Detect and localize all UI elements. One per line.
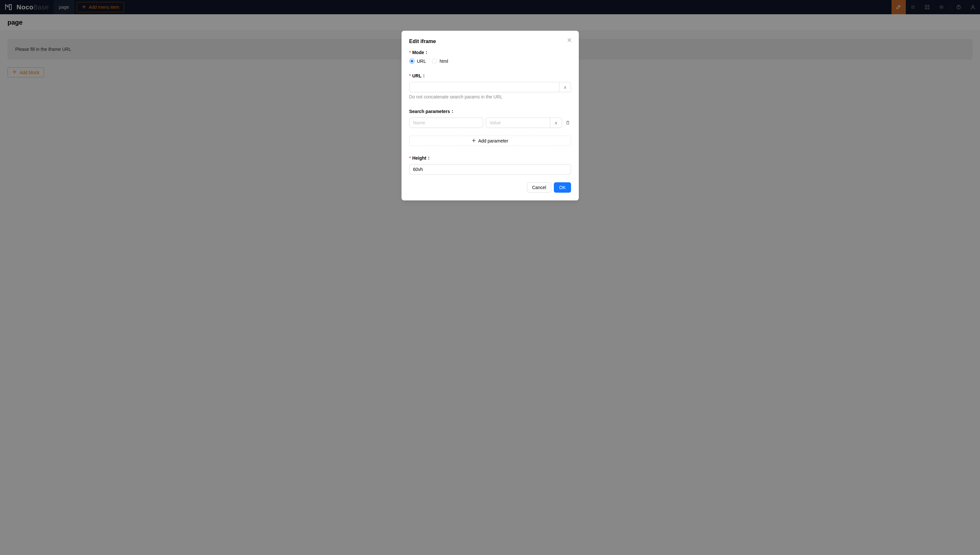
- variable-button[interactable]: 𝑥: [559, 82, 571, 92]
- edit-iframe-modal: Edit iframe *Mode： URL html *URL： 𝑥 Do n…: [402, 31, 579, 201]
- plus-icon: [472, 138, 476, 143]
- modal-footer: Cancel OK: [409, 182, 571, 192]
- url-input-row: 𝑥: [409, 82, 571, 92]
- url-label: *URL：: [409, 73, 571, 79]
- param-row: 𝑥: [409, 117, 571, 128]
- radio-label: html: [440, 59, 448, 64]
- modal-overlay[interactable]: Edit iframe *Mode： URL html *URL： 𝑥 Do n…: [0, 0, 980, 555]
- mode-radio-html[interactable]: html: [432, 59, 448, 64]
- variable-button[interactable]: 𝑥: [550, 117, 562, 128]
- url-input[interactable]: [409, 82, 559, 92]
- delete-icon[interactable]: [565, 120, 571, 125]
- radio-icon: [409, 59, 415, 64]
- radio-label: URL: [417, 59, 426, 64]
- height-label: *Height：: [409, 155, 571, 161]
- radio-icon: [432, 59, 437, 64]
- cancel-button[interactable]: Cancel: [527, 182, 552, 192]
- mode-radio-group: URL html: [409, 59, 571, 64]
- add-parameter-label: Add parameter: [478, 138, 509, 143]
- url-help-text: Do not concatenate search params in the …: [409, 94, 571, 99]
- search-params-label: Search parameters：: [409, 109, 571, 114]
- param-value-wrap: 𝑥: [486, 117, 562, 128]
- ok-button[interactable]: OK: [554, 182, 571, 192]
- close-icon[interactable]: [566, 37, 573, 44]
- param-name-input[interactable]: [409, 117, 483, 128]
- mode-label: *Mode：: [409, 50, 571, 55]
- modal-title: Edit iframe: [409, 38, 571, 44]
- height-input[interactable]: [409, 164, 571, 175]
- param-value-input[interactable]: [486, 117, 550, 128]
- mode-radio-url[interactable]: URL: [409, 59, 426, 64]
- add-parameter-button[interactable]: Add parameter: [409, 136, 571, 146]
